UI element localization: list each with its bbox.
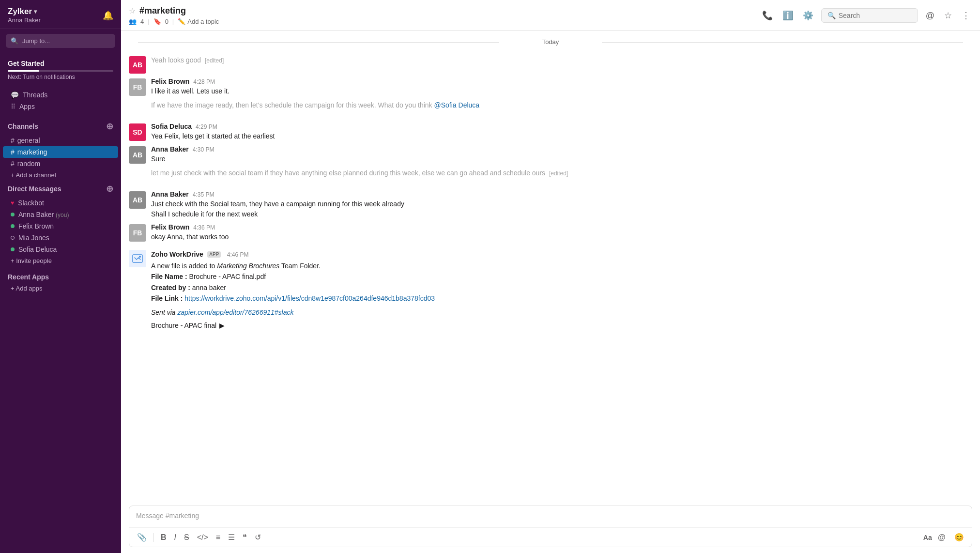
status-dot-online [11,224,15,228]
message-time: 4:36 PM [193,224,215,231]
messages-area: Today AB Yeah looks good [edited] FB Fel… [121,31,980,502]
date-divider: Today [121,38,980,46]
file-link[interactable]: https://workdrive.zoho.com/api/v1/files/… [184,294,435,302]
people-icon: 👥 [129,18,137,25]
file-name-label: File Name : [151,273,187,280]
message-author: Felix Brown [151,77,189,85]
emoji-button[interactable]: 😊 [951,531,967,544]
workspace-chevron-icon: ▾ [34,8,37,15]
sidebar-item-threads[interactable]: 💬 Threads [3,89,118,101]
bot-avatar [129,250,146,267]
table-row: SD Sofia Deluca 4:29 PM Yea Felix, lets … [121,121,980,143]
jump-to-input[interactable]: 🔍 Jump to... [6,34,115,48]
add-channel-link[interactable]: + Add a channel [3,169,118,181]
attach-button[interactable]: 📎 [134,531,150,544]
star-favorites-icon[interactable]: ☆ [942,8,954,23]
message-text: Just check with the Social team, they ha… [151,199,972,209]
bot-text: A new file is added to Marketing Brochur… [151,261,972,304]
message-input[interactable]: Message #marketing [129,506,972,527]
phone-icon[interactable]: 📞 [760,8,775,23]
channels-section-header: Channels ⊕ [0,118,121,135]
mention-button[interactable]: @ [935,531,949,544]
message-text-2: Shall I schedule it for the next week [151,209,972,219]
brochure-attachment-link[interactable]: Brochure - APAC final ▶ [151,322,972,329]
message-toolbar: 📎 B I S </> ≡ ☰ ❝ ↺ Aa @ 😊 [129,527,972,547]
message-text: Yea Felix, lets get it started at the ea… [151,131,972,141]
message-time: 4:28 PM [193,78,215,85]
apps-icon: ⠿ [11,103,15,110]
channel-item-marketing[interactable]: # marketing [3,146,118,158]
progress-fill [8,70,39,72]
zapier-link[interactable]: zapier.com/app/editor/76266911#slack [177,308,293,316]
invite-people-link[interactable]: + Invite people [3,255,118,266]
message-text: Sure [151,154,972,164]
table-row: AB Yeah looks good [edited] [121,53,980,76]
dm-item-mia[interactable]: Mia Jones [3,232,118,244]
message-text: let me just check with the social team i… [151,168,972,178]
channel-header-right: 📞 ℹ️ ⚙️ 🔍 @ ☆ ⋮ [760,8,972,23]
table-row: let me just check with the social team i… [121,166,980,188]
get-started-section: Get Started Next: Turn on notifications [0,53,121,83]
at-icon[interactable]: @ [924,9,936,23]
settings-icon[interactable]: ⚙️ [801,8,815,23]
dm-item-sofia[interactable]: Sofia Deluca [3,244,118,255]
add-topic-button[interactable]: ✏️ Add a topic [178,18,219,25]
table-row: If we have the image ready, then let's s… [121,98,980,121]
avatar-placeholder [129,101,146,119]
bot-message-workdrive: Zoho WorkDrive APP 4:46 PM A new file is… [121,244,980,335]
table-row: AB Anna Baker 4:35 PM Just check with th… [121,188,980,221]
search-icon: 🔍 [11,37,18,45]
sidebar: Zylker ▾ Anna Baker 🔔 🔍 Jump to... Get S… [0,0,121,553]
search-icon: 🔍 [827,12,836,19]
italic-button[interactable]: I [171,531,179,544]
table-row: AB Anna Baker 4:30 PM Sure [121,143,980,166]
nav-section: 💬 Threads ⠿ Apps [0,83,121,118]
block-quote-button[interactable]: ❝ [240,531,250,544]
sidebar-header: Zylker ▾ Anna Baker 🔔 [0,0,121,29]
more-icon[interactable]: ⋮ [960,8,972,23]
channel-item-random[interactable]: # random [3,158,118,169]
channel-item-general[interactable]: # general [3,135,118,146]
bold-button[interactable]: B [158,531,169,544]
message-time: 4:35 PM [193,191,214,198]
current-user-name: Anna Baker [8,16,41,24]
undo-button[interactable]: ↺ [252,531,264,544]
avatar: SD [129,123,146,141]
message-time: 4:29 PM [196,123,217,130]
search-input[interactable] [839,12,906,19]
slackbot-heart-icon: ♥ [11,200,14,206]
progress-bar [8,70,113,72]
unordered-list-button[interactable]: ☰ [225,531,238,544]
created-by-label: Created by : [151,284,190,292]
star-icon[interactable]: ☆ [129,6,136,15]
bot-badge: APP [207,251,221,258]
workspace-name[interactable]: Zylker ▾ [8,7,41,16]
add-channel-icon[interactable]: ⊕ [106,121,113,132]
info-icon[interactable]: ℹ️ [781,8,795,23]
message-author: Anna Baker [151,145,189,153]
hash-icon: # [11,148,15,156]
add-dm-icon[interactable]: ⊕ [106,184,113,194]
ordered-list-button[interactable]: ≡ [213,531,223,544]
notifications-icon[interactable]: 🔔 [103,10,113,21]
status-dot-online [11,247,15,251]
mention: @Sofia Deluca [434,101,480,109]
dm-item-felix[interactable]: Felix Brown [3,220,118,232]
dm-item-anna[interactable]: Anna Baker (you) [3,209,118,220]
strikethrough-button[interactable]: S [181,531,192,544]
sidebar-item-apps[interactable]: ⠿ Apps [3,101,118,112]
search-box[interactable]: 🔍 [821,8,918,23]
avatar-placeholder [129,169,146,186]
message-author: Felix Brown [151,223,189,231]
message-text: If we have the image ready, then let's s… [151,100,972,110]
folder-name: Marketing Brochures [217,262,279,270]
add-apps-link[interactable]: + Add apps [3,283,118,294]
message-time: 4:30 PM [193,146,214,153]
text-size-button[interactable]: Aa [923,534,932,541]
file-link-label: File Link : [151,294,183,302]
pencil-icon: ✏️ [178,18,185,25]
bot-name: Zoho WorkDrive [151,250,203,258]
dm-item-slackbot[interactable]: ♥ Slackbot [3,197,118,209]
bookmark-count: 0 [165,18,168,25]
code-button[interactable]: </> [194,531,211,544]
